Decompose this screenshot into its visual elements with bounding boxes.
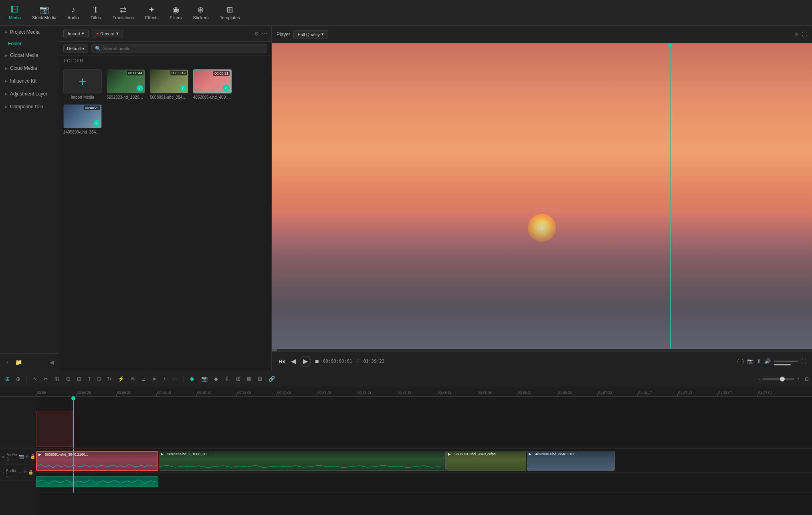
tl-record-btn[interactable]: ⏺ (188, 375, 197, 383)
audio-eye-icon[interactable]: 👁 (23, 470, 27, 476)
toolbar-audio[interactable]: ♪ Audio (62, 4, 85, 22)
sidebar-add-btn[interactable]: ＋ (3, 357, 12, 367)
tl-stabilize-btn[interactable]: ⊿ (139, 375, 148, 383)
zoom-out-icon[interactable]: − (758, 376, 761, 382)
zoom-in-icon[interactable]: ＋ (796, 375, 801, 382)
check-v4: ✓ (93, 120, 100, 126)
audio-icon[interactable]: 🔊 (764, 358, 771, 364)
toolbar-templates[interactable]: ⊞ Templates (214, 4, 246, 22)
sidebar-item-adjustment-layer[interactable]: ▶ Adjustment Layer (0, 87, 59, 100)
timeline-clip-4[interactable]: ▶ 4652096-uhd_3840,2160... (527, 451, 615, 471)
duration-v3: 00:00:21 (213, 71, 230, 76)
tl-crop-btn[interactable]: ⊡ (64, 375, 73, 383)
tl-more-btn[interactable]: ⋯ (170, 375, 179, 383)
quality-button[interactable]: Full Quality ▾ (293, 30, 328, 39)
fullscreen-icon[interactable]: ⛶ (802, 31, 807, 37)
zoom-fit-icon[interactable]: ⊡ (805, 376, 809, 382)
skip-back-button[interactable]: ⏮ (277, 356, 287, 367)
tl-cam-btn[interactable]: 📷 (199, 375, 210, 383)
media-item-v3[interactable]: 00:00:21 ✓ 4652096-uhd_4096_21... (193, 69, 232, 99)
tl-magnet-btn[interactable]: ⊕ (14, 375, 22, 383)
audio-lock-icon[interactable]: 🔒 (28, 470, 34, 476)
ruler-time-label: 01:27:02 (758, 391, 772, 395)
audio-clip-1[interactable] (36, 476, 158, 487)
sidebar-item-influence-kit[interactable]: ▶ Influence Kit (0, 75, 59, 87)
tl-extract-btn[interactable]: ⊠ (245, 375, 253, 383)
tl-delete-btn[interactable]: 🗑 (53, 375, 62, 383)
tl-audio-btn[interactable]: ♪ (161, 375, 168, 383)
ruler-time-label: 00:09:20 (117, 391, 131, 395)
clip1-label: 5608091-uhd_3840,2160... (45, 452, 88, 456)
tl-split-btn[interactable]: ⊟ (75, 375, 83, 383)
toolbar-transitions-label: Transitions (113, 15, 134, 20)
toolbar-titles[interactable]: T Titles (85, 4, 107, 22)
more-options-icon[interactable]: ⋯ (262, 30, 267, 37)
arrow-icon: ▶ (5, 53, 8, 57)
sidebar-item-project-media[interactable]: ▶ Project Media (0, 26, 59, 39)
toolbar-filters[interactable]: ◉ Filters (164, 4, 187, 22)
lock-icon[interactable]: 🔒 (30, 454, 36, 459)
sidebar-influence-kit-label: Influence Kit (10, 78, 36, 84)
search-input[interactable] (103, 46, 264, 51)
sidebar-folder-btn[interactable]: 📁 (14, 357, 24, 367)
zoom-slider[interactable] (762, 378, 794, 380)
camera-icon[interactable]: 📷 (18, 454, 24, 459)
toolbar-effects[interactable]: ✦ Effects (139, 4, 164, 22)
tl-freeze-btn[interactable]: ❄ (129, 375, 137, 383)
play-button[interactable]: ▶ (300, 356, 311, 367)
sidebar-item-compound-clip[interactable]: ▶ Compound Clip (0, 100, 59, 113)
tl-group-btn[interactable]: ⊞ (256, 375, 264, 383)
search-box[interactable]: 🔍 (91, 44, 267, 53)
record-button[interactable]: ● Record ▾ (92, 29, 123, 38)
filter-icon[interactable]: ⚙ (254, 30, 259, 37)
audio-plus-icon[interactable]: ＋ (18, 470, 22, 476)
tl-shape-btn[interactable]: □ (95, 375, 103, 383)
timeline-clip-2[interactable]: ▶ 5692323-hd_2_1080_30... (159, 451, 446, 471)
toolbar-stickers[interactable]: ⊛ Stickers (187, 4, 214, 22)
tl-mic-btn[interactable]: 🎙 (222, 375, 232, 383)
frame-back-button[interactable]: ◀ (289, 356, 297, 367)
tl-text-btn[interactable]: T (86, 375, 93, 383)
sidebar-folder[interactable]: Folder (0, 39, 59, 49)
fullscreen-btn[interactable]: ⛶ (801, 358, 806, 364)
tl-razor-btn[interactable]: ✂ (42, 375, 50, 383)
tl-link-btn[interactable]: 🔗 (267, 375, 277, 383)
tl-speed-btn[interactable]: ⚡ (116, 375, 126, 383)
scrubber-progress (272, 349, 277, 351)
video-viewport[interactable] (272, 43, 812, 349)
import-button[interactable]: Import ▾ (63, 29, 89, 38)
in-point-icon[interactable]: { (737, 358, 739, 364)
tl-motion-btn[interactable]: ➤ (150, 375, 159, 383)
ruler-tick-line (317, 394, 317, 396)
media-grid: ＋ Import Media 00:00:44 ✓ 5692323-hd_192… (59, 65, 271, 138)
tl-marker-btn[interactable]: ◆ (212, 375, 220, 383)
out-point-icon[interactable]: } (742, 358, 744, 364)
grid-view-icon[interactable]: ⊞ (794, 31, 799, 37)
timeline-clip-3[interactable]: ▶ 5608091-uhd_3840,24fps (446, 451, 526, 471)
preview-header: Player Full Quality ▾ ⊞ ⛶ (272, 26, 812, 43)
media-icon: 🎞 (11, 6, 19, 14)
export-frame-icon[interactable]: ⬆ (757, 358, 761, 364)
default-filter-button[interactable]: Default ▾ (63, 45, 88, 53)
stop-button[interactable]: ■ (313, 356, 321, 367)
media-item-v1[interactable]: 00:00:44 ✓ 5692323-hd_1920_108... (107, 69, 145, 99)
clip2-video-icon: ▶ (161, 452, 164, 456)
tl-cursor-btn[interactable]: ↖ (31, 375, 39, 383)
volume-bar[interactable] (774, 361, 798, 362)
tl-add-track-btn[interactable]: ⊞ (3, 375, 12, 383)
sidebar-collapse-btn[interactable]: ◀ (48, 357, 56, 367)
toolbar-stock-media[interactable]: 📷 Stock Media (26, 4, 62, 22)
preview-scrubber[interactable] (272, 349, 812, 351)
timeline-clip-1[interactable]: ▶ 5608091-uhd_3840,2160... (36, 451, 158, 471)
tl-rotate-btn[interactable]: ↻ (105, 375, 113, 383)
media-item-v4[interactable]: 00:00:21 ✓ 1409899-uhd_3840_21... (63, 104, 102, 134)
toolbar-media[interactable]: 🎞 Media (3, 4, 26, 22)
sidebar-item-global-media[interactable]: ▶ Global Media (0, 49, 59, 62)
snapshot-icon[interactable]: 📷 (747, 358, 753, 364)
sidebar-item-cloud-media[interactable]: ▶ Cloud Media (0, 62, 59, 75)
eye-icon[interactable]: 👁 (25, 454, 29, 459)
import-media-item[interactable]: ＋ Import Media (63, 69, 102, 99)
toolbar-transitions[interactable]: ⇄ Transitions (107, 4, 139, 22)
tl-import-btn[interactable]: ⊞ (234, 375, 242, 383)
media-item-v2[interactable]: 00:00:12 ✓ 5608091-uhd_3840_21... (150, 69, 188, 99)
